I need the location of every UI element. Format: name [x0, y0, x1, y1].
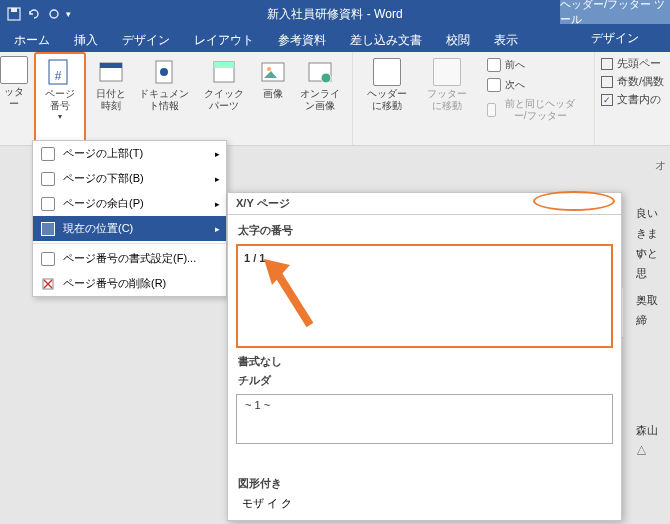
page-number-icon: #: [46, 58, 74, 86]
image-icon: [259, 58, 287, 86]
tilde-label: チルダ: [234, 371, 615, 390]
page-number-menu: ページの上部(T)▸ ページの下部(B)▸ ページの余白(P)▸ 現在の位置(C…: [32, 140, 227, 297]
tab-insert[interactable]: 挿入: [62, 28, 110, 52]
svg-rect-11: [262, 63, 284, 81]
doc-title: 新入社員研修資料 - Word: [267, 6, 402, 23]
ribbon: ッター # ページ番号 ▾ 日付と時刻 ドキュメント情報 クイック パーツ 画像: [0, 52, 670, 146]
goto-header-button[interactable]: ヘッダーに移動: [357, 54, 417, 126]
svg-rect-10: [214, 62, 234, 68]
image-button[interactable]: 画像: [253, 54, 293, 116]
tab-mailings[interactable]: 差し込み文書: [338, 28, 434, 52]
docinfo-button[interactable]: ドキュメント情報: [133, 54, 195, 116]
current-position-icon: [41, 222, 55, 236]
doc-text-4: 奥取締: [636, 291, 666, 331]
options-label: オ: [636, 158, 666, 173]
page-number-button[interactable]: # ページ番号 ▾: [34, 52, 86, 145]
bold-number-label: 太字の番号: [234, 221, 615, 240]
annotation-arrow-icon: [262, 257, 322, 332]
link-previous-button[interactable]: 前と同じヘッダー/フッター: [483, 96, 584, 124]
show-doc-checkbox[interactable]: ✓文書内の: [601, 92, 664, 107]
goto-header-icon: [373, 58, 401, 86]
datetime-button[interactable]: 日付と時刻: [90, 54, 133, 116]
withshape-label: 図形付き: [234, 474, 615, 493]
datetime-icon: [97, 58, 125, 86]
docinfo-icon: [150, 58, 178, 86]
svg-point-12: [267, 67, 271, 71]
online-image-button[interactable]: オンライン画像: [293, 54, 349, 116]
gallery-header-xofy: X/Y ページ: [228, 193, 621, 215]
mosaic-label: モザ イ ク: [234, 493, 615, 514]
quickparts-icon: [210, 58, 238, 86]
odd-even-checkbox[interactable]: 奇数/偶数: [601, 74, 664, 89]
svg-text:#: #: [55, 69, 62, 83]
svg-rect-6: [100, 63, 122, 68]
page-number-label: ページ番号: [42, 88, 78, 112]
chevron-down-icon: ▾: [58, 112, 62, 122]
page-number-gallery: X/Y ページ 太字の番号 1 / 1 書式なし チルダ ~ 1 ~ 図形付き …: [227, 192, 622, 521]
menu-format-page-numbers[interactable]: ページ番号の書式設定(F)...: [33, 246, 226, 271]
tab-references[interactable]: 参考資料: [266, 28, 338, 52]
header-icon: [0, 56, 28, 84]
page-top-icon: [41, 147, 55, 161]
menu-bottom-of-page[interactable]: ページの下部(B)▸: [33, 166, 226, 191]
online-image-icon: [306, 58, 334, 86]
options-group: 先頭ペー 奇数/偶数 ✓文書内の: [595, 52, 670, 145]
chevron-right-icon: ▸: [215, 199, 220, 209]
link-icon: [487, 103, 497, 117]
menu-remove-page-numbers[interactable]: ページ番号の削除(R): [33, 271, 226, 296]
tool-tab-label: ヘッダー/フッター ツール: [560, 0, 670, 24]
remove-icon: [41, 277, 55, 291]
tab-layout[interactable]: レイアウト: [182, 28, 266, 52]
goto-footer-icon: [433, 58, 461, 86]
doc-text-3: いと思: [636, 244, 666, 284]
next-button[interactable]: 次へ: [483, 76, 584, 94]
next-icon: [487, 78, 501, 92]
noformat-label: 書式なし: [234, 352, 615, 371]
menu-top-of-page[interactable]: ページの上部(T)▸: [33, 141, 226, 166]
svg-line-18: [276, 271, 310, 325]
chevron-right-icon: ▸: [215, 174, 220, 184]
tab-review[interactable]: 校閲: [434, 28, 482, 52]
menu-page-margins[interactable]: ページの余白(P)▸: [33, 191, 226, 216]
undo-icon[interactable]: [26, 6, 42, 22]
prev-button[interactable]: 前へ: [483, 56, 584, 74]
svg-point-2: [50, 10, 58, 18]
doc-text-5: 森山△: [636, 421, 666, 461]
svg-point-14: [321, 73, 331, 83]
goto-footer-button[interactable]: フッターに移動: [417, 54, 477, 126]
gallery-item-tilde[interactable]: ~ 1 ~: [236, 394, 613, 444]
format-icon: [41, 252, 55, 266]
chevron-right-icon: ▸: [215, 149, 220, 159]
header-button[interactable]: ッター: [0, 52, 34, 145]
first-page-checkbox[interactable]: 先頭ペー: [601, 56, 664, 71]
quickparts-button[interactable]: クイック パーツ: [195, 54, 252, 116]
quick-access-toolbar: ▾: [0, 6, 77, 22]
svg-rect-1: [11, 8, 17, 12]
tab-hf-design[interactable]: デザイン: [560, 24, 670, 52]
page-margin-icon: [41, 197, 55, 211]
tab-home[interactable]: ホーム: [2, 28, 62, 52]
menu-current-position[interactable]: 現在の位置(C)▸: [33, 216, 226, 241]
tab-view[interactable]: 表示: [482, 28, 530, 52]
highlight-oval: [533, 191, 615, 211]
prev-icon: [487, 58, 501, 72]
chevron-right-icon: ▸: [215, 224, 220, 234]
tab-design[interactable]: デザイン: [110, 28, 182, 52]
save-icon[interactable]: [6, 6, 22, 22]
contextual-tool-tab: ヘッダー/フッター ツール デザイン: [560, 0, 670, 52]
redo-icon[interactable]: [46, 6, 62, 22]
gallery-item-bold-number[interactable]: 1 / 1: [236, 244, 613, 348]
doc-text-1: 良い: [636, 204, 666, 224]
qat-expand-icon[interactable]: ▾: [66, 9, 71, 19]
page-bottom-icon: [41, 172, 55, 186]
svg-point-8: [160, 68, 168, 76]
